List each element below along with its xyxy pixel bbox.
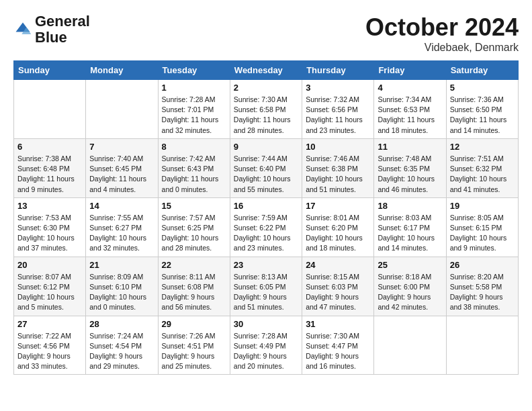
calendar-cell: 4Sunrise: 7:34 AM Sunset: 6:53 PM Daylig… <box>374 80 446 139</box>
calendar-cell: 20Sunrise: 8:07 AM Sunset: 6:12 PM Dayli… <box>14 257 86 316</box>
day-number: 10 <box>306 142 370 152</box>
day-number: 2 <box>234 83 298 93</box>
calendar-week-row: 27Sunrise: 7:22 AM Sunset: 4:56 PM Dayli… <box>14 316 519 375</box>
day-info: Sunrise: 7:28 AM Sunset: 7:01 PM Dayligh… <box>162 95 226 136</box>
weekday-header-wednesday: Wednesday <box>230 61 302 80</box>
day-info: Sunrise: 8:03 AM Sunset: 6:17 PM Dayligh… <box>378 213 442 254</box>
day-info: Sunrise: 7:30 AM Sunset: 4:47 PM Dayligh… <box>306 331 370 372</box>
day-info: Sunrise: 8:07 AM Sunset: 6:12 PM Dayligh… <box>17 272 82 313</box>
calendar-cell: 19Sunrise: 8:05 AM Sunset: 6:15 PM Dayli… <box>446 197 518 257</box>
calendar-cell: 9Sunrise: 7:44 AM Sunset: 6:40 PM Daylig… <box>230 138 302 197</box>
day-number: 27 <box>17 319 82 329</box>
calendar-cell: 28Sunrise: 7:24 AM Sunset: 4:54 PM Dayli… <box>86 316 158 375</box>
calendar-cell: 6Sunrise: 7:38 AM Sunset: 6:48 PM Daylig… <box>14 138 86 197</box>
day-info: Sunrise: 7:22 AM Sunset: 4:56 PM Dayligh… <box>17 331 82 372</box>
calendar-cell: 5Sunrise: 7:36 AM Sunset: 6:50 PM Daylig… <box>446 80 518 139</box>
day-number: 8 <box>162 142 226 152</box>
day-number: 6 <box>17 142 82 152</box>
day-number: 29 <box>162 319 226 329</box>
weekday-header-row: SundayMondayTuesdayWednesdayThursdayFrid… <box>14 61 519 80</box>
calendar-cell: 24Sunrise: 8:15 AM Sunset: 6:03 PM Dayli… <box>302 257 374 316</box>
calendar-cell: 25Sunrise: 8:18 AM Sunset: 6:00 PM Dayli… <box>374 257 446 316</box>
day-number: 17 <box>306 201 370 211</box>
calendar-cell: 2Sunrise: 7:30 AM Sunset: 6:58 PM Daylig… <box>230 80 302 139</box>
day-number: 23 <box>234 260 298 270</box>
calendar-cell: 16Sunrise: 7:59 AM Sunset: 6:22 PM Dayli… <box>230 197 302 257</box>
day-info: Sunrise: 7:40 AM Sunset: 6:45 PM Dayligh… <box>89 154 154 195</box>
day-number: 14 <box>89 201 154 211</box>
day-number: 25 <box>378 260 442 270</box>
logo-icon <box>13 20 32 39</box>
day-info: Sunrise: 7:34 AM Sunset: 6:53 PM Dayligh… <box>378 95 442 136</box>
day-info: Sunrise: 7:32 AM Sunset: 6:56 PM Dayligh… <box>306 95 370 136</box>
day-number: 7 <box>89 142 154 152</box>
day-number: 22 <box>162 260 226 270</box>
calendar-cell: 29Sunrise: 7:26 AM Sunset: 4:51 PM Dayli… <box>158 316 230 375</box>
day-info: Sunrise: 7:46 AM Sunset: 6:38 PM Dayligh… <box>306 154 370 195</box>
page-header: General Blue October 2024 Videbaek, Denm… <box>13 13 519 54</box>
day-number: 30 <box>234 319 298 329</box>
calendar-cell <box>86 80 158 139</box>
day-info: Sunrise: 7:57 AM Sunset: 6:25 PM Dayligh… <box>162 213 226 254</box>
calendar-cell <box>446 316 518 375</box>
calendar-cell: 10Sunrise: 7:46 AM Sunset: 6:38 PM Dayli… <box>302 138 374 197</box>
day-info: Sunrise: 7:48 AM Sunset: 6:35 PM Dayligh… <box>378 154 442 195</box>
day-number: 5 <box>450 83 515 93</box>
day-info: Sunrise: 8:01 AM Sunset: 6:20 PM Dayligh… <box>306 213 370 254</box>
day-info: Sunrise: 7:59 AM Sunset: 6:22 PM Dayligh… <box>234 213 298 254</box>
day-info: Sunrise: 7:44 AM Sunset: 6:40 PM Dayligh… <box>234 154 298 195</box>
calendar-cell: 3Sunrise: 7:32 AM Sunset: 6:56 PM Daylig… <box>302 80 374 139</box>
title-block: October 2024 Videbaek, Denmark <box>365 13 519 54</box>
calendar-cell: 18Sunrise: 8:03 AM Sunset: 6:17 PM Dayli… <box>374 197 446 257</box>
month-title: October 2024 <box>365 13 519 42</box>
day-info: Sunrise: 8:15 AM Sunset: 6:03 PM Dayligh… <box>306 272 370 313</box>
day-number: 9 <box>234 142 298 152</box>
calendar-cell: 21Sunrise: 8:09 AM Sunset: 6:10 PM Dayli… <box>86 257 158 316</box>
calendar-week-row: 13Sunrise: 7:53 AM Sunset: 6:30 PM Dayli… <box>14 197 519 257</box>
weekday-header-monday: Monday <box>86 61 158 80</box>
day-info: Sunrise: 8:09 AM Sunset: 6:10 PM Dayligh… <box>89 272 154 313</box>
day-number: 28 <box>89 319 154 329</box>
day-number: 1 <box>162 83 226 93</box>
calendar-cell: 12Sunrise: 7:51 AM Sunset: 6:32 PM Dayli… <box>446 138 518 197</box>
day-info: Sunrise: 7:55 AM Sunset: 6:27 PM Dayligh… <box>89 213 154 254</box>
weekday-header-friday: Friday <box>374 61 446 80</box>
weekday-header-sunday: Sunday <box>14 61 86 80</box>
day-number: 13 <box>17 201 82 211</box>
day-info: Sunrise: 7:36 AM Sunset: 6:50 PM Dayligh… <box>450 95 515 136</box>
calendar-cell: 15Sunrise: 7:57 AM Sunset: 6:25 PM Dayli… <box>158 197 230 257</box>
day-number: 15 <box>162 201 226 211</box>
calendar-week-row: 6Sunrise: 7:38 AM Sunset: 6:48 PM Daylig… <box>14 138 519 197</box>
calendar-cell: 11Sunrise: 7:48 AM Sunset: 6:35 PM Dayli… <box>374 138 446 197</box>
day-info: Sunrise: 7:42 AM Sunset: 6:43 PM Dayligh… <box>162 154 226 195</box>
day-info: Sunrise: 7:38 AM Sunset: 6:48 PM Dayligh… <box>17 154 82 195</box>
day-number: 24 <box>306 260 370 270</box>
calendar-cell: 26Sunrise: 8:20 AM Sunset: 5:58 PM Dayli… <box>446 257 518 316</box>
day-number: 19 <box>450 201 515 211</box>
weekday-header-thursday: Thursday <box>302 61 374 80</box>
calendar-cell: 13Sunrise: 7:53 AM Sunset: 6:30 PM Dayli… <box>14 197 86 257</box>
day-info: Sunrise: 8:20 AM Sunset: 5:58 PM Dayligh… <box>450 272 515 313</box>
weekday-header-tuesday: Tuesday <box>158 61 230 80</box>
day-number: 4 <box>378 83 442 93</box>
calendar-cell: 23Sunrise: 8:13 AM Sunset: 6:05 PM Dayli… <box>230 257 302 316</box>
day-number: 31 <box>306 319 370 329</box>
day-number: 16 <box>234 201 298 211</box>
day-info: Sunrise: 7:53 AM Sunset: 6:30 PM Dayligh… <box>17 213 82 254</box>
calendar-cell: 1Sunrise: 7:28 AM Sunset: 7:01 PM Daylig… <box>158 80 230 139</box>
logo-text: General Blue <box>35 13 90 46</box>
logo: General Blue <box>13 13 90 46</box>
day-number: 11 <box>378 142 442 152</box>
day-info: Sunrise: 8:11 AM Sunset: 6:08 PM Dayligh… <box>162 272 226 313</box>
day-number: 20 <box>17 260 82 270</box>
calendar-cell: 8Sunrise: 7:42 AM Sunset: 6:43 PM Daylig… <box>158 138 230 197</box>
day-info: Sunrise: 7:30 AM Sunset: 6:58 PM Dayligh… <box>234 95 298 136</box>
day-info: Sunrise: 7:26 AM Sunset: 4:51 PM Dayligh… <box>162 331 226 372</box>
day-info: Sunrise: 8:05 AM Sunset: 6:15 PM Dayligh… <box>450 213 515 254</box>
day-number: 18 <box>378 201 442 211</box>
calendar-cell: 22Sunrise: 8:11 AM Sunset: 6:08 PM Dayli… <box>158 257 230 316</box>
day-info: Sunrise: 8:18 AM Sunset: 6:00 PM Dayligh… <box>378 272 442 313</box>
day-info: Sunrise: 7:24 AM Sunset: 4:54 PM Dayligh… <box>89 331 154 372</box>
day-info: Sunrise: 8:13 AM Sunset: 6:05 PM Dayligh… <box>234 272 298 313</box>
day-number: 21 <box>89 260 154 270</box>
